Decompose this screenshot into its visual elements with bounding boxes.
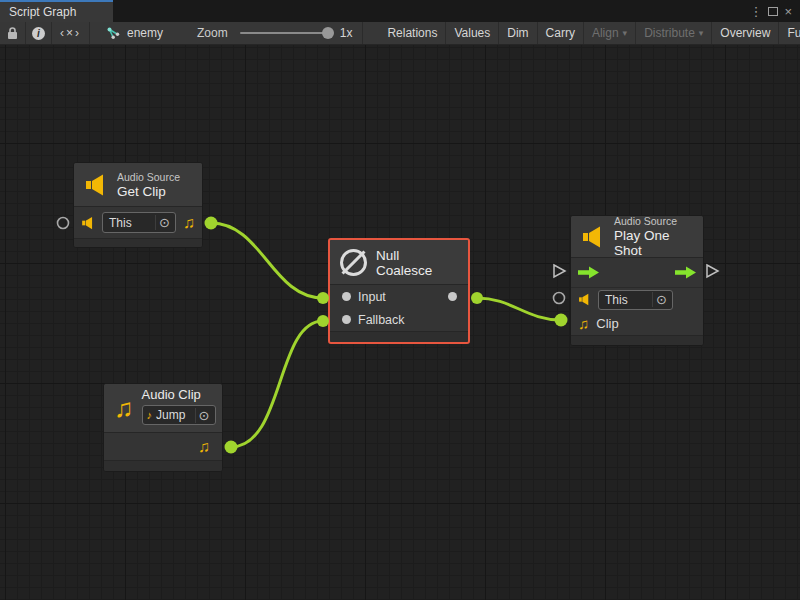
node-audio-clip[interactable]: ♫ Audio Clip ♪ Jump ⊙ ♫ bbox=[103, 383, 223, 472]
wire-audioclip-to-fallback[interactable] bbox=[231, 321, 323, 447]
object-picker-icon[interactable]: ⊙ bbox=[155, 215, 173, 230]
audio-source-icon bbox=[581, 225, 605, 249]
fallback-port-label: Fallback bbox=[358, 313, 405, 327]
distribute-button[interactable]: Distribute ▾ bbox=[636, 22, 712, 44]
tab-script-graph[interactable]: Script Graph bbox=[0, 0, 113, 22]
tab-label: Script Graph bbox=[9, 5, 76, 19]
close-icon[interactable]: × bbox=[784, 5, 792, 18]
node-footer bbox=[571, 335, 703, 345]
script-graph-asset-icon bbox=[106, 26, 121, 40]
input-port-label: Input bbox=[358, 290, 386, 304]
align-button[interactable]: Align ▾ bbox=[584, 22, 636, 44]
get-clip-this-port[interactable] bbox=[58, 218, 69, 229]
input-port[interactable] bbox=[342, 292, 351, 301]
code-view-icon: ‹×› bbox=[60, 26, 81, 40]
clip-input-icon: ♫ bbox=[578, 316, 589, 331]
flow-out-triangle[interactable] bbox=[707, 265, 718, 277]
port-row-this: This ⊙ bbox=[571, 288, 703, 311]
port-row-input: Input bbox=[330, 285, 468, 308]
carry-button[interactable]: Carry bbox=[538, 22, 584, 44]
object-picker-icon[interactable]: ⊙ bbox=[195, 408, 213, 423]
node-header[interactable]: Audio Source Get Clip bbox=[74, 163, 202, 207]
wire-endpoint[interactable] bbox=[317, 292, 329, 304]
this-value: This bbox=[109, 216, 150, 230]
wire-endpoint[interactable] bbox=[205, 217, 218, 230]
wire-null-to-clip[interactable] bbox=[477, 298, 561, 320]
audio-clip-output-icon[interactable]: ♫ bbox=[183, 215, 195, 231]
flow-in-arrow-icon[interactable] bbox=[578, 266, 599, 279]
clip-port-label: Clip bbox=[596, 316, 618, 331]
overview-button[interactable]: Overview bbox=[712, 22, 779, 44]
node-title: Audio Clip bbox=[142, 387, 216, 402]
script-graph-window: Script Graph ⋮ × i ‹×› bbox=[0, 0, 800, 600]
this-value: This bbox=[605, 293, 647, 307]
node-play-one-shot[interactable]: Audio Source Play One Shot This bbox=[570, 215, 704, 346]
port-row-fallback: Fallback bbox=[330, 308, 468, 331]
node-title: Get Clip bbox=[117, 184, 180, 199]
node-footer bbox=[104, 460, 222, 471]
node-null-coalesce[interactable]: Null Coalesce Input Fallback bbox=[328, 238, 470, 344]
info-button[interactable]: i bbox=[26, 22, 52, 44]
result-output-port[interactable] bbox=[448, 292, 457, 301]
port-row-this: This ⊙ ♫ bbox=[74, 207, 202, 238]
audio-source-icon bbox=[81, 216, 95, 230]
fullscreen-button[interactable]: Full Screen bbox=[779, 22, 800, 44]
flow-in-triangle[interactable] bbox=[554, 265, 565, 277]
audio-clip-icon: ♫ bbox=[114, 395, 134, 421]
port-row-clip: ♫ Clip bbox=[571, 311, 703, 335]
values-button[interactable]: Values bbox=[446, 22, 499, 44]
maximize-icon[interactable] bbox=[768, 7, 778, 16]
node-footer bbox=[74, 238, 202, 247]
chevron-down-icon: ▾ bbox=[699, 28, 704, 38]
zoom-slider-handle[interactable] bbox=[322, 27, 334, 39]
audio-source-icon bbox=[578, 293, 591, 306]
graph-canvas[interactable]: Audio Source Get Clip This ⊙ ♫ bbox=[0, 45, 800, 600]
null-coalesce-icon bbox=[340, 249, 367, 276]
align-label: Align bbox=[592, 26, 619, 40]
fallback-port[interactable] bbox=[342, 315, 351, 324]
node-type-label: Audio Source bbox=[614, 215, 693, 227]
zoom-slider[interactable] bbox=[240, 32, 332, 34]
this-object-field[interactable]: This ⊙ bbox=[102, 212, 176, 233]
info-icon: i bbox=[32, 27, 45, 40]
overview-label: Overview bbox=[720, 26, 770, 40]
play-one-shot-this-port[interactable] bbox=[554, 293, 565, 304]
audio-clip-object-field[interactable]: ♪ Jump ⊙ bbox=[142, 405, 216, 425]
carry-label: Carry bbox=[546, 26, 575, 40]
audio-clip-mini-icon: ♪ bbox=[147, 410, 153, 421]
node-header[interactable]: Null Coalesce bbox=[330, 240, 468, 285]
dim-button[interactable]: Dim bbox=[499, 22, 537, 44]
values-label: Values bbox=[454, 26, 490, 40]
wire-endpoint[interactable] bbox=[555, 314, 568, 327]
audio-clip-output-icon[interactable]: ♫ bbox=[198, 439, 210, 455]
object-picker-icon[interactable]: ⊙ bbox=[652, 292, 670, 307]
node-type-label: Audio Source bbox=[117, 171, 180, 183]
clip-value: Jump bbox=[156, 408, 190, 422]
wire-endpoint[interactable] bbox=[225, 441, 238, 454]
node-title: Null Coalesce bbox=[376, 248, 458, 278]
wire-getclip-to-input[interactable] bbox=[211, 223, 323, 298]
distribute-label: Distribute bbox=[644, 26, 695, 40]
this-object-field[interactable]: This ⊙ bbox=[598, 290, 673, 310]
control-flow-row bbox=[571, 258, 703, 288]
port-row-output: ♫ bbox=[104, 433, 222, 460]
toolbar-spacer bbox=[363, 22, 379, 44]
relations-button[interactable]: Relations bbox=[379, 22, 446, 44]
wire-endpoint[interactable] bbox=[317, 315, 329, 327]
dim-label: Dim bbox=[507, 26, 528, 40]
lock-button[interactable] bbox=[0, 22, 26, 44]
graph-name: enemy bbox=[127, 26, 163, 40]
code-view-button[interactable]: ‹×› bbox=[52, 22, 90, 44]
zoom-value: 1x bbox=[340, 26, 353, 40]
audio-source-icon bbox=[84, 173, 108, 197]
node-header[interactable]: Audio Source Play One Shot bbox=[571, 216, 703, 258]
node-get-clip[interactable]: Audio Source Get Clip This ⊙ ♫ bbox=[73, 162, 203, 248]
node-title: Play One Shot bbox=[614, 228, 693, 258]
relations-label: Relations bbox=[387, 26, 437, 40]
wire-endpoint[interactable] bbox=[471, 292, 483, 304]
flow-out-arrow-icon[interactable] bbox=[675, 266, 696, 279]
node-header[interactable]: ♫ Audio Clip ♪ Jump ⊙ bbox=[104, 384, 222, 433]
node-footer bbox=[330, 331, 468, 342]
fullscreen-label: Full Screen bbox=[787, 26, 800, 40]
kebab-menu-icon[interactable]: ⋮ bbox=[749, 5, 762, 18]
